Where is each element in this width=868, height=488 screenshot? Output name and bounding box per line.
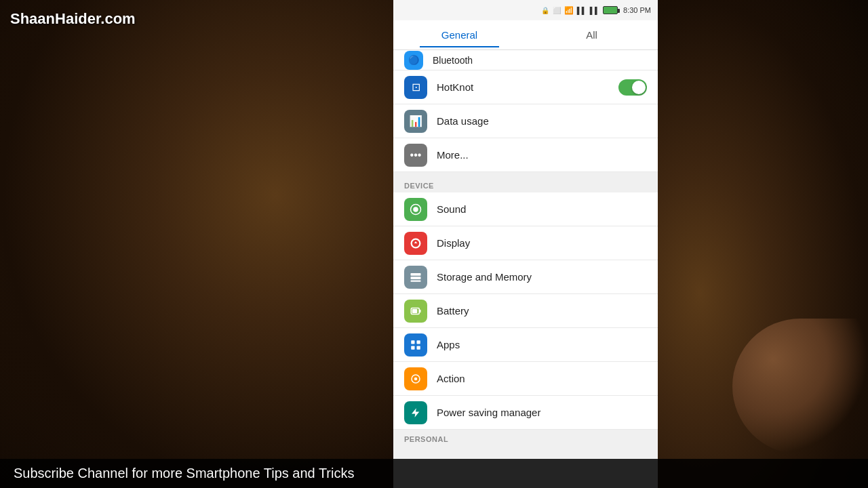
more-label: More... xyxy=(437,149,647,161)
svg-point-1 xyxy=(413,207,418,212)
setting-item-data-usage[interactable]: 📊 Data usage xyxy=(393,104,658,138)
section-header-personal: PERSONAL xyxy=(393,430,658,446)
svg-rect-11 xyxy=(417,346,420,349)
power-icon xyxy=(404,401,427,424)
storage-label: Storage and Memory xyxy=(437,271,647,283)
svg-point-13 xyxy=(414,377,418,380)
battery-icon xyxy=(603,6,618,14)
tab-general[interactable]: General xyxy=(393,22,526,47)
phone-screen: General All 🔵 Bluetooth ⊡ HotKnot 📊 Data… xyxy=(393,20,658,488)
display-label: Display xyxy=(437,237,647,249)
screen-icon: ⬜ xyxy=(553,7,561,14)
svg-rect-4 xyxy=(411,280,421,281)
setting-item-display[interactable]: Display xyxy=(393,226,658,260)
action-label: Action xyxy=(437,373,647,384)
finger-overlay xyxy=(732,319,868,454)
status-bar: 🔒 ⬜ 📶 ▌▌ ▌▌ 8:30 PM xyxy=(393,0,658,20)
sound-icon xyxy=(404,198,427,221)
subscribe-bar: Subscribe Channel for more Smartphone Ti… xyxy=(0,459,868,488)
display-icon xyxy=(404,232,427,255)
setting-item-bluetooth-partial[interactable]: 🔵 Bluetooth xyxy=(393,50,658,70)
setting-item-battery[interactable]: Battery xyxy=(393,294,658,328)
power-label: Power saving manager xyxy=(437,407,647,418)
setting-item-more[interactable]: ••• More... xyxy=(393,138,658,172)
apps-icon xyxy=(404,333,427,357)
hotknot-toggle[interactable] xyxy=(618,79,647,96)
phone-container: 🔒 ⬜ 📶 ▌▌ ▌▌ 8:30 PM General All 🔵 Blueto… xyxy=(393,0,658,488)
apps-label: Apps xyxy=(437,339,647,350)
action-icon xyxy=(404,367,427,390)
watermark: ShaanHaider.com xyxy=(10,10,136,28)
signal1-icon: ▌▌ xyxy=(577,7,587,14)
svg-rect-9 xyxy=(417,340,420,344)
lock-icon: 🔒 xyxy=(541,7,549,14)
tab-all[interactable]: All xyxy=(526,22,658,47)
svg-rect-10 xyxy=(411,346,414,349)
hotknot-icon: ⊡ xyxy=(404,76,427,99)
svg-rect-6 xyxy=(419,309,420,312)
signal2-icon: ▌▌ xyxy=(590,7,599,14)
bluetooth-icon: 🔵 xyxy=(404,51,423,70)
setting-item-power[interactable]: Power saving manager xyxy=(393,396,658,430)
setting-item-sound[interactable]: Sound xyxy=(393,192,658,226)
setting-item-hotknot[interactable]: ⊡ HotKnot xyxy=(393,70,658,104)
setting-item-apps[interactable]: Apps xyxy=(393,328,658,362)
svg-rect-3 xyxy=(411,277,421,279)
settings-list: 🔵 Bluetooth ⊡ HotKnot 📊 Data usage ••• M… xyxy=(393,50,658,446)
svg-rect-8 xyxy=(411,340,414,344)
section-header-device: DEVICE xyxy=(393,176,658,192)
wifi-icon: 📶 xyxy=(564,6,574,15)
data-usage-icon: 📊 xyxy=(404,110,427,133)
more-icon: ••• xyxy=(404,144,427,167)
time-display: 8:30 PM xyxy=(623,6,651,14)
data-usage-label: Data usage xyxy=(437,115,647,127)
hotknot-label: HotKnot xyxy=(437,81,618,93)
battery-setting-icon xyxy=(404,300,427,323)
battery-label: Battery xyxy=(437,305,647,317)
storage-icon xyxy=(404,266,427,289)
bluetooth-label: Bluetooth xyxy=(433,55,647,66)
hand-left-overlay xyxy=(0,0,393,488)
setting-item-action[interactable]: Action xyxy=(393,362,658,396)
svg-rect-7 xyxy=(412,309,418,313)
sound-label: Sound xyxy=(437,203,647,215)
tab-bar: General All xyxy=(393,20,658,50)
svg-rect-2 xyxy=(411,273,421,276)
setting-item-storage[interactable]: Storage and Memory xyxy=(393,260,658,294)
